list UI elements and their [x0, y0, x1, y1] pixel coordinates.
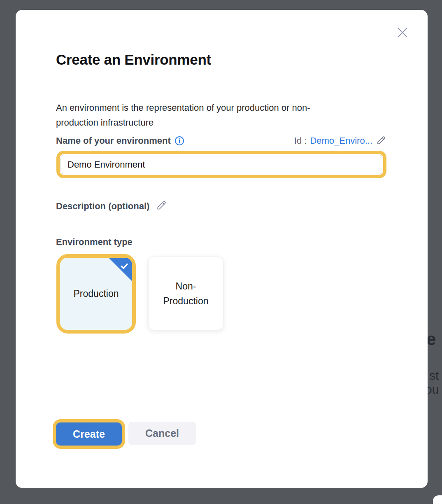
- description-field-row: Description (optional): [56, 200, 167, 212]
- cancel-button[interactable]: Cancel: [128, 422, 196, 445]
- option-label: Production: [74, 288, 119, 299]
- create-button[interactable]: Create: [56, 422, 122, 446]
- environment-type-label: Environment type: [56, 237, 133, 247]
- edit-id-button[interactable]: [376, 135, 386, 147]
- info-icon: [174, 136, 184, 146]
- create-button-highlight-ring: Create: [53, 419, 125, 449]
- close-button[interactable]: [394, 24, 411, 41]
- production-card-highlight-ring: Production: [56, 254, 136, 334]
- dialog-description-line: An environment is the representation of …: [56, 100, 381, 115]
- pencil-icon: [376, 135, 386, 147]
- dialog-description-line: production infrastructure: [56, 115, 381, 130]
- name-info-button[interactable]: [174, 136, 184, 146]
- environment-type-option-non-production[interactable]: Non-Production: [148, 257, 223, 330]
- environment-name-input[interactable]: [60, 155, 382, 174]
- name-input-highlight-ring: [56, 151, 386, 178]
- close-icon: [395, 35, 409, 41]
- pencil-icon: [156, 200, 167, 212]
- environment-type-option-production[interactable]: Production: [60, 258, 132, 330]
- create-environment-dialog: Create an Environment An environment is …: [16, 10, 428, 488]
- background-panel-corner: [433, 495, 442, 504]
- edit-description-button[interactable]: [156, 200, 167, 212]
- dialog-title: Create an Environment: [56, 51, 211, 68]
- modal-backdrop: e st ou Create an Environment An environ…: [0, 0, 442, 504]
- backdrop-text-fragment: e: [426, 329, 436, 349]
- environment-id-value[interactable]: Demo_Enviro...: [310, 135, 372, 146]
- dialog-description: An environment is the representation of …: [56, 100, 381, 130]
- option-label: Non-Production: [159, 279, 213, 308]
- environment-id-label: Id :: [294, 135, 307, 146]
- name-field-header: Name of your environment Id : Demo_Envir…: [56, 133, 386, 148]
- name-field-label: Name of your environment: [56, 135, 171, 146]
- check-icon: [119, 261, 129, 273]
- backdrop-text-fragment: st: [429, 369, 439, 383]
- description-field-label: Description (optional): [56, 201, 149, 212]
